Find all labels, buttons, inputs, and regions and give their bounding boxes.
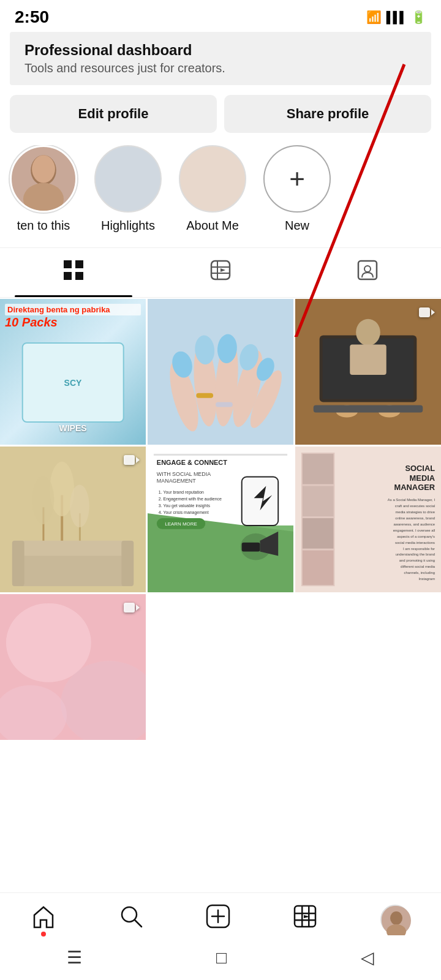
svg-rect-47 <box>12 541 134 556</box>
highlight-label-listen: ten to this <box>17 219 70 233</box>
svg-rect-27 <box>196 393 213 398</box>
svg-text:MANAGEMENT: MANAGEMENT <box>157 478 196 484</box>
sys-menu-button[interactable]: ☰ <box>67 948 82 968</box>
svg-marker-38 <box>431 309 435 315</box>
tagged-icon <box>356 259 379 286</box>
svg-rect-50 <box>124 455 135 465</box>
status-icons: 📶 ▌▌▌ 🔋 <box>366 10 426 24</box>
pro-dashboard-subtitle: Tools and resources just for creators. <box>24 61 417 75</box>
nails-image <box>148 299 293 445</box>
svg-rect-49 <box>121 541 134 586</box>
highlight-label-new: New <box>285 219 309 233</box>
svg-rect-55 <box>154 454 287 456</box>
reels-tab-icon <box>209 259 232 286</box>
highlights-row: ten to this Highlights About Me + New <box>0 145 441 247</box>
home-icon <box>31 904 56 934</box>
svg-point-15 <box>364 266 371 272</box>
svg-point-2 <box>32 155 55 183</box>
status-bar: 2:50 📶 ▌▌▌ 🔋 <box>0 0 441 32</box>
svg-rect-33 <box>350 344 386 375</box>
grid-cell-nails[interactable] <box>148 299 293 445</box>
svg-rect-73 <box>303 486 334 516</box>
nav-item-add[interactable] <box>206 904 230 934</box>
svg-text:and promoting it using: and promoting it using <box>399 559 435 562</box>
sys-home-button[interactable]: □ <box>216 948 227 968</box>
bottom-nav-items <box>0 893 441 940</box>
tabs-row <box>0 247 441 298</box>
svg-point-94 <box>6 603 91 682</box>
svg-text:MANAGER: MANAGER <box>394 483 435 492</box>
svg-text:different social media: different social media <box>401 565 435 568</box>
svg-text:MEDIA: MEDIA <box>410 473 435 483</box>
highlight-item-listen[interactable]: ten to this <box>10 145 77 233</box>
svg-rect-106 <box>295 919 315 921</box>
grid-cell-wipes[interactable]: SCY WIPES Direktang benta ng pabrika 10 … <box>0 299 146 445</box>
battery-icon: 🔋 <box>411 10 426 24</box>
photo-grid: SCY WIPES Direktang benta ng pabrika 10 … <box>0 299 441 740</box>
svg-rect-28 <box>216 402 233 407</box>
svg-rect-68 <box>242 543 260 552</box>
search-icon <box>119 904 143 934</box>
nav-item-search[interactable] <box>119 904 143 934</box>
grid-cell-pink[interactable] <box>0 594 146 740</box>
svg-rect-8 <box>75 272 83 280</box>
svg-text:awareness, and audience: awareness, and audience <box>393 522 435 526</box>
edit-profile-button[interactable]: Edit profile <box>10 95 217 133</box>
highlight-label-highlights: Highlights <box>101 219 155 233</box>
nav-profile-avatar <box>380 905 410 934</box>
tab-tagged[interactable] <box>294 248 441 297</box>
svg-text:engagement. I oversee all: engagement. I oversee all <box>393 529 435 532</box>
nav-item-profile[interactable] <box>380 905 410 934</box>
bottom-nav: ☰ □ ◁ <box>0 892 441 980</box>
svg-marker-13 <box>221 268 225 272</box>
highlight-item-highlights[interactable]: Highlights <box>94 145 162 233</box>
svg-text:1. Your brand reputation: 1. Your brand reputation <box>159 490 204 495</box>
svg-rect-48 <box>12 541 24 586</box>
svg-text:2. Engagement with the audienc: 2. Engagement with the audience <box>159 497 222 502</box>
grid-cell-laptop[interactable] <box>295 299 441 445</box>
svg-rect-10 <box>211 266 230 268</box>
svg-text:craft and executes social: craft and executes social <box>395 504 435 508</box>
svg-rect-72 <box>303 454 334 484</box>
video-badge-laptop <box>418 305 435 326</box>
home-notification-dot <box>41 932 46 937</box>
share-profile-button[interactable]: Share profile <box>224 95 431 133</box>
svg-rect-7 <box>64 272 72 280</box>
tab-reels[interactable] <box>147 248 294 297</box>
svg-point-32 <box>356 319 380 346</box>
status-time: 2:50 <box>15 7 49 27</box>
svg-rect-107 <box>301 906 303 927</box>
highlight-item-new[interactable]: + New <box>263 145 331 233</box>
highlight-item-aboutme[interactable]: About Me <box>179 145 246 233</box>
svg-text:channels, including: channels, including <box>404 571 435 575</box>
svg-point-43 <box>32 476 55 524</box>
grid-cell-social[interactable]: ENGAGE & CONNECT WITH SOCIAL MEDIA MANAG… <box>148 447 293 592</box>
svg-rect-12 <box>217 261 218 279</box>
reels-nav-icon <box>293 904 317 934</box>
svg-text:social media interactions: social media interactions <box>395 541 435 545</box>
svg-rect-14 <box>358 261 377 279</box>
svg-text:I am responsible for: I am responsible for <box>403 547 435 551</box>
svg-rect-75 <box>303 551 334 586</box>
highlight-circle-aboutme <box>179 145 246 213</box>
video-badge-pink <box>123 600 140 621</box>
nav-item-home[interactable] <box>31 904 56 934</box>
svg-text:understanding the brand: understanding the brand <box>396 553 435 557</box>
svg-rect-65 <box>242 477 279 526</box>
tab-grid[interactable] <box>0 248 147 297</box>
grid-cell-manager[interactable]: SOCIAL MEDIA MANAGER As a Social Media M… <box>295 447 441 592</box>
svg-text:3. You get valuable insights: 3. You get valuable insights <box>159 503 211 508</box>
svg-marker-98 <box>136 605 140 611</box>
pro-dashboard-banner[interactable]: Professional dashboard Tools and resourc… <box>10 32 431 85</box>
signal-icon: ▌▌▌ <box>386 11 406 24</box>
highlight-circle-new: + <box>263 145 331 213</box>
grid-cell-plants[interactable] <box>0 447 146 592</box>
svg-rect-105 <box>295 913 315 914</box>
svg-text:LEARN MORE: LEARN MORE <box>165 521 197 527</box>
svg-text:WITH SOCIAL MEDIA: WITH SOCIAL MEDIA <box>157 471 211 477</box>
nav-item-reels[interactable] <box>293 904 317 934</box>
svg-text:aspects of a company's: aspects of a company's <box>397 535 435 538</box>
sys-back-button[interactable]: ◁ <box>361 948 374 968</box>
wipes-label: Direktang benta ng pabrika 10 Packs <box>5 304 141 330</box>
svg-marker-51 <box>136 457 140 463</box>
